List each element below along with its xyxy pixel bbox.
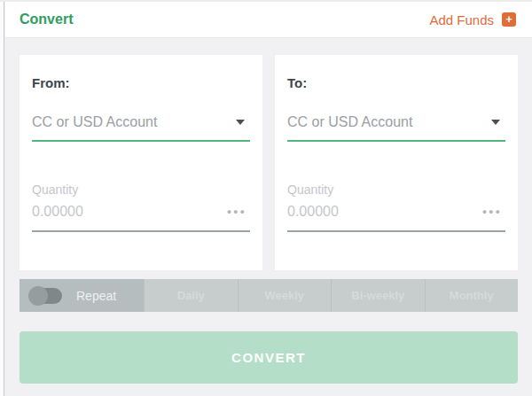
chevron-down-icon: [236, 120, 245, 125]
repeat-frequency-bar: Repeat Daily Weekly Bi-weekly Monthly: [20, 279, 518, 312]
frequency-option-biweekly[interactable]: Bi-weekly: [331, 279, 425, 312]
repeat-toggle-label: Repeat: [76, 289, 116, 303]
to-quantity-label: Quantity: [287, 182, 505, 197]
to-quantity-input[interactable]: [287, 204, 420, 220]
add-funds-link[interactable]: Add Funds +: [429, 12, 516, 27]
page-title: Convert: [20, 12, 73, 27]
ellipsis-menu-icon[interactable]: ●●●: [227, 208, 246, 216]
from-quantity-row: ●●●: [32, 204, 250, 232]
chevron-down-icon: [491, 120, 500, 125]
convert-button[interactable]: CONVERT: [20, 331, 518, 384]
frequency-option-label: Monthly: [450, 289, 494, 302]
from-panel: From: CC or USD Account Quantity ●●●: [20, 55, 262, 270]
header: Convert Add Funds +: [5, 2, 532, 38]
from-account-select[interactable]: CC or USD Account: [32, 114, 250, 142]
frequency-option-label: Weekly: [264, 289, 304, 302]
repeat-toggle[interactable]: [30, 288, 62, 304]
to-account-value: CC or USD Account: [287, 114, 412, 130]
add-funds-label: Add Funds: [429, 12, 494, 27]
ellipsis-menu-icon[interactable]: ●●●: [482, 208, 502, 216]
frequency-option-weekly[interactable]: Weekly: [238, 279, 332, 312]
from-quantity-label: Quantity: [32, 182, 250, 197]
frequency-option-label: Daily: [177, 289, 205, 302]
frequency-option-label: Bi-weekly: [351, 289, 404, 302]
to-panel: To: CC or USD Account Quantity ●●●: [275, 55, 518, 270]
repeat-segment: Repeat: [20, 279, 144, 312]
to-quantity-row: ●●●: [287, 204, 505, 232]
frequency-option-monthly[interactable]: Monthly: [425, 279, 519, 312]
from-label: From:: [32, 75, 250, 90]
from-account-value: CC or USD Account: [32, 114, 157, 130]
from-quantity-input[interactable]: [32, 204, 165, 220]
window-left-edge: [0, 0, 4, 396]
to-label: To:: [287, 75, 505, 90]
plus-icon: +: [502, 12, 516, 27]
to-account-select[interactable]: CC or USD Account: [287, 114, 505, 142]
frequency-option-daily[interactable]: Daily: [144, 279, 238, 312]
toggle-knob-icon: [28, 286, 48, 306]
